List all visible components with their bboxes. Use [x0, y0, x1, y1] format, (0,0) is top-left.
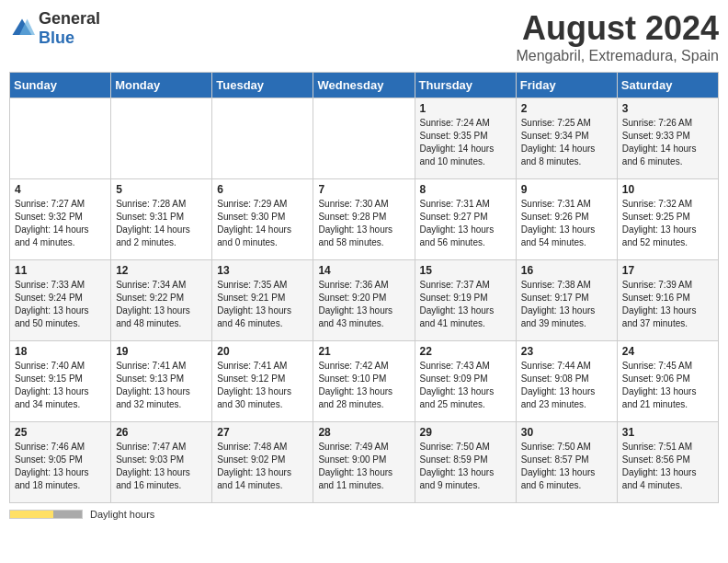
day-cell	[10, 98, 111, 179]
calendar-table: SundayMondayTuesdayWednesdayThursdayFrid…	[9, 72, 719, 503]
logo-text-blue: Blue	[39, 29, 74, 47]
day-number: 17	[622, 264, 713, 277]
day-number: 15	[420, 264, 511, 277]
day-cell: 26Sunrise: 7:47 AM Sunset: 9:03 PM Dayli…	[111, 422, 212, 503]
day-number: 11	[15, 264, 106, 277]
week-row-5: 25Sunrise: 7:46 AM Sunset: 9:05 PM Dayli…	[10, 422, 719, 503]
day-info: Sunrise: 7:43 AM Sunset: 9:09 PM Dayligh…	[420, 360, 511, 411]
col-header-monday: Monday	[111, 73, 212, 98]
day-info: Sunrise: 7:46 AM Sunset: 9:05 PM Dayligh…	[15, 441, 106, 492]
day-info: Sunrise: 7:41 AM Sunset: 9:13 PM Dayligh…	[116, 360, 207, 411]
day-cell: 24Sunrise: 7:45 AM Sunset: 9:06 PM Dayli…	[617, 341, 718, 422]
day-cell: 20Sunrise: 7:41 AM Sunset: 9:12 PM Dayli…	[212, 341, 313, 422]
col-header-tuesday: Tuesday	[212, 73, 313, 98]
day-number: 20	[217, 345, 308, 358]
day-info: Sunrise: 7:35 AM Sunset: 9:21 PM Dayligh…	[217, 279, 308, 330]
day-cell: 17Sunrise: 7:39 AM Sunset: 9:16 PM Dayli…	[617, 260, 718, 341]
day-cell: 14Sunrise: 7:36 AM Sunset: 9:20 PM Dayli…	[313, 260, 415, 341]
logo: General Blue	[9, 9, 100, 48]
day-info: Sunrise: 7:33 AM Sunset: 9:24 PM Dayligh…	[15, 279, 106, 330]
header-row: SundayMondayTuesdayWednesdayThursdayFrid…	[10, 73, 719, 98]
day-number: 28	[318, 426, 409, 439]
day-info: Sunrise: 7:26 AM Sunset: 9:33 PM Dayligh…	[622, 117, 713, 168]
day-cell: 2Sunrise: 7:25 AM Sunset: 9:34 PM Daylig…	[516, 98, 617, 179]
day-info: Sunrise: 7:32 AM Sunset: 9:25 PM Dayligh…	[622, 198, 713, 249]
col-header-saturday: Saturday	[617, 73, 718, 98]
day-cell: 9Sunrise: 7:31 AM Sunset: 9:26 PM Daylig…	[516, 179, 617, 260]
day-number: 23	[521, 345, 612, 358]
day-cell: 7Sunrise: 7:30 AM Sunset: 9:28 PM Daylig…	[313, 179, 415, 260]
day-number: 19	[116, 345, 207, 358]
day-info: Sunrise: 7:40 AM Sunset: 9:15 PM Dayligh…	[15, 360, 106, 411]
day-cell: 15Sunrise: 7:37 AM Sunset: 9:19 PM Dayli…	[415, 260, 516, 341]
daylight-bar	[9, 510, 83, 519]
day-cell: 29Sunrise: 7:50 AM Sunset: 8:59 PM Dayli…	[415, 422, 516, 503]
day-cell	[313, 98, 415, 179]
day-number: 21	[318, 345, 409, 358]
col-header-sunday: Sunday	[10, 73, 111, 98]
day-cell: 30Sunrise: 7:50 AM Sunset: 8:57 PM Dayli…	[516, 422, 617, 503]
day-cell: 3Sunrise: 7:26 AM Sunset: 9:33 PM Daylig…	[617, 98, 718, 179]
day-info: Sunrise: 7:31 AM Sunset: 9:26 PM Dayligh…	[521, 198, 612, 249]
day-cell: 22Sunrise: 7:43 AM Sunset: 9:09 PM Dayli…	[415, 341, 516, 422]
day-number: 4	[15, 183, 106, 196]
day-number: 30	[521, 426, 612, 439]
day-cell: 25Sunrise: 7:46 AM Sunset: 9:05 PM Dayli…	[10, 422, 111, 503]
day-info: Sunrise: 7:50 AM Sunset: 8:59 PM Dayligh…	[420, 441, 511, 492]
day-cell: 28Sunrise: 7:49 AM Sunset: 9:00 PM Dayli…	[313, 422, 415, 503]
day-number: 27	[217, 426, 308, 439]
day-cell: 13Sunrise: 7:35 AM Sunset: 9:21 PM Dayli…	[212, 260, 313, 341]
month-year-title: August 2024	[516, 9, 719, 48]
logo-text-general: General	[39, 9, 100, 28]
day-cell: 10Sunrise: 7:32 AM Sunset: 9:25 PM Dayli…	[617, 179, 718, 260]
day-cell: 12Sunrise: 7:34 AM Sunset: 9:22 PM Dayli…	[111, 260, 212, 341]
day-cell: 6Sunrise: 7:29 AM Sunset: 9:30 PM Daylig…	[212, 179, 313, 260]
location-subtitle: Mengabril, Extremadura, Spain	[516, 48, 719, 64]
day-cell: 8Sunrise: 7:31 AM Sunset: 9:27 PM Daylig…	[415, 179, 516, 260]
day-number: 10	[622, 183, 713, 196]
day-info: Sunrise: 7:48 AM Sunset: 9:02 PM Dayligh…	[217, 441, 308, 492]
day-number: 29	[420, 426, 511, 439]
day-cell: 5Sunrise: 7:28 AM Sunset: 9:31 PM Daylig…	[111, 179, 212, 260]
day-info: Sunrise: 7:34 AM Sunset: 9:22 PM Dayligh…	[116, 279, 207, 330]
day-info: Sunrise: 7:41 AM Sunset: 9:12 PM Dayligh…	[217, 360, 308, 411]
day-cell	[212, 98, 313, 179]
day-number: 1	[420, 102, 511, 115]
header: General Blue August 2024 Mengabril, Extr…	[9, 9, 719, 64]
logo-icon	[9, 16, 35, 41]
day-info: Sunrise: 7:27 AM Sunset: 9:32 PM Dayligh…	[15, 198, 106, 249]
col-header-thursday: Thursday	[415, 73, 516, 98]
day-cell: 19Sunrise: 7:41 AM Sunset: 9:13 PM Dayli…	[111, 341, 212, 422]
day-info: Sunrise: 7:24 AM Sunset: 9:35 PM Dayligh…	[420, 117, 511, 168]
day-number: 8	[420, 183, 511, 196]
day-number: 12	[116, 264, 207, 277]
day-number: 13	[217, 264, 308, 277]
day-cell: 16Sunrise: 7:38 AM Sunset: 9:17 PM Dayli…	[516, 260, 617, 341]
week-row-3: 11Sunrise: 7:33 AM Sunset: 9:24 PM Dayli…	[10, 260, 719, 341]
col-header-friday: Friday	[516, 73, 617, 98]
day-number: 25	[15, 426, 106, 439]
day-number: 24	[622, 345, 713, 358]
day-info: Sunrise: 7:38 AM Sunset: 9:17 PM Dayligh…	[521, 279, 612, 330]
day-cell: 18Sunrise: 7:40 AM Sunset: 9:15 PM Dayli…	[10, 341, 111, 422]
week-row-1: 1Sunrise: 7:24 AM Sunset: 9:35 PM Daylig…	[10, 98, 719, 179]
day-info: Sunrise: 7:44 AM Sunset: 9:08 PM Dayligh…	[521, 360, 612, 411]
day-number: 2	[521, 102, 612, 115]
day-number: 5	[116, 183, 207, 196]
day-cell: 1Sunrise: 7:24 AM Sunset: 9:35 PM Daylig…	[415, 98, 516, 179]
day-info: Sunrise: 7:28 AM Sunset: 9:31 PM Dayligh…	[116, 198, 207, 249]
day-number: 6	[217, 183, 308, 196]
day-info: Sunrise: 7:31 AM Sunset: 9:27 PM Dayligh…	[420, 198, 511, 249]
day-number: 9	[521, 183, 612, 196]
daylight-label: Daylight hours	[90, 509, 154, 520]
footer-note: Daylight hours	[9, 509, 719, 520]
day-cell: 21Sunrise: 7:42 AM Sunset: 9:10 PM Dayli…	[313, 341, 415, 422]
day-cell: 4Sunrise: 7:27 AM Sunset: 9:32 PM Daylig…	[10, 179, 111, 260]
day-cell	[111, 98, 212, 179]
day-number: 16	[521, 264, 612, 277]
day-info: Sunrise: 7:47 AM Sunset: 9:03 PM Dayligh…	[116, 441, 207, 492]
week-row-4: 18Sunrise: 7:40 AM Sunset: 9:15 PM Dayli…	[10, 341, 719, 422]
day-number: 3	[622, 102, 713, 115]
day-cell: 31Sunrise: 7:51 AM Sunset: 8:56 PM Dayli…	[617, 422, 718, 503]
day-number: 31	[622, 426, 713, 439]
